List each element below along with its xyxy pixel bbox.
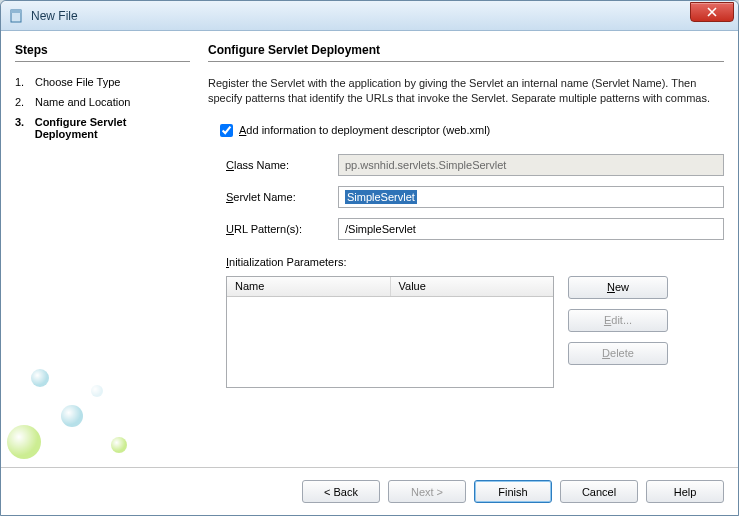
- titlebar[interactable]: New File: [1, 1, 738, 31]
- steps-panel: Steps 1. Choose File Type 2. Name and Lo…: [15, 43, 190, 467]
- add-descriptor-checkbox[interactable]: [220, 124, 233, 137]
- content: Steps 1. Choose File Type 2. Name and Lo…: [1, 31, 738, 515]
- footer: < Back Next > Finish Cancel Help: [1, 467, 738, 515]
- init-params-label: Initialization Parameters:: [208, 256, 724, 268]
- svg-rect-1: [11, 10, 21, 13]
- class-name-label: Class Name:: [226, 159, 338, 171]
- params-table-header: Name Value: [227, 277, 553, 297]
- class-name-input: [338, 154, 724, 176]
- decorative-bubbles: [1, 317, 171, 467]
- servlet-name-row: Servlet Name: SimpleServlet: [226, 186, 724, 208]
- file-icon: [9, 8, 25, 24]
- add-descriptor-row: Add information to deployment descriptor…: [208, 121, 724, 140]
- right-panel: Configure Servlet Deployment Register th…: [208, 43, 724, 467]
- description-text: Register the Servlet with the applicatio…: [208, 76, 724, 107]
- edit-button: Edit...: [568, 309, 668, 332]
- wizard-window: New File Steps 1. Choose File Type 2. Na…: [0, 0, 739, 516]
- servlet-name-label: Servlet Name:: [226, 191, 338, 203]
- init-params-section: Initialization Parameters: Name Value Ne…: [208, 256, 724, 388]
- steps-list: 1. Choose File Type 2. Name and Location…: [15, 72, 190, 144]
- params-table[interactable]: Name Value: [226, 276, 554, 388]
- cancel-button[interactable]: Cancel: [560, 480, 638, 503]
- servlet-name-input[interactable]: SimpleServlet: [338, 186, 724, 208]
- window-title: New File: [31, 9, 78, 23]
- class-name-row: Class Name:: [226, 154, 724, 176]
- back-button[interactable]: < Back: [302, 480, 380, 503]
- close-button[interactable]: [690, 2, 734, 22]
- close-icon: [707, 7, 717, 17]
- url-patterns-label: URL Pattern(s):: [226, 223, 338, 235]
- col-value[interactable]: Value: [391, 277, 554, 296]
- step-name-location: 2. Name and Location: [15, 92, 190, 112]
- finish-button[interactable]: Finish: [474, 480, 552, 503]
- url-patterns-input[interactable]: [338, 218, 724, 240]
- step-configure-servlet: 3. Configure Servlet Deployment: [15, 112, 190, 144]
- steps-heading: Steps: [15, 43, 190, 62]
- section-heading: Configure Servlet Deployment: [208, 43, 724, 62]
- next-button: Next >: [388, 480, 466, 503]
- new-button[interactable]: New: [568, 276, 668, 299]
- col-name[interactable]: Name: [227, 277, 391, 296]
- add-descriptor-label[interactable]: Add information to deployment descriptor…: [239, 124, 490, 136]
- params-buttons: New Edit... Delete: [568, 276, 668, 388]
- url-patterns-row: URL Pattern(s):: [226, 218, 724, 240]
- main-area: Steps 1. Choose File Type 2. Name and Lo…: [1, 31, 738, 467]
- step-choose-file-type: 1. Choose File Type: [15, 72, 190, 92]
- delete-button: Delete: [568, 342, 668, 365]
- servlet-name-value: SimpleServlet: [345, 190, 417, 204]
- help-button[interactable]: Help: [646, 480, 724, 503]
